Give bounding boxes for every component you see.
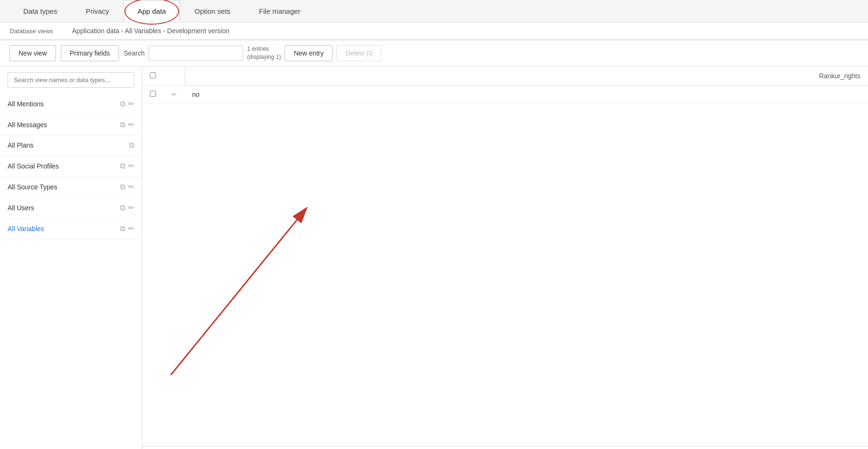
edit-icon-all-source-types[interactable]: ✏ bbox=[128, 182, 134, 191]
copy-icon-all-variables[interactable]: ⧉ bbox=[120, 224, 125, 233]
tab-privacy[interactable]: Privacy bbox=[72, 0, 123, 22]
search-label: Search bbox=[124, 49, 145, 57]
sidebar-search-input[interactable] bbox=[8, 72, 134, 88]
copy-icon-all-users[interactable]: ⧉ bbox=[120, 204, 125, 212]
tab-data-types[interactable]: Data types bbox=[9, 0, 71, 22]
data-table: Rankur_rights ✏ no bbox=[142, 66, 868, 103]
search-area: Search 1 entries (displaying 1) New entr… bbox=[124, 45, 859, 61]
delete-button: Delete (0 bbox=[336, 45, 381, 61]
tab-app-data[interactable]: App data bbox=[124, 0, 180, 22]
row-cell-value: no bbox=[185, 86, 868, 103]
new-view-button[interactable]: New view bbox=[9, 45, 56, 61]
app-data-title: Application data - All Variables - Devel… bbox=[72, 27, 230, 35]
copy-icon-all-social-profiles[interactable]: ⧉ bbox=[120, 162, 125, 170]
sidebar: All Mentions ⧉ ✏ All Messages ⧉ ✏ All Pl… bbox=[0, 66, 142, 449]
column-header-rankur-rights: Rankur_rights bbox=[185, 66, 868, 86]
list-item-all-messages[interactable]: All Messages ⧉ ✏ bbox=[0, 114, 142, 135]
content-area: Rankur_rights ✏ no bbox=[142, 66, 868, 449]
list-item-all-plans[interactable]: All Plans ⧉ bbox=[0, 135, 142, 156]
tab-bar: Data types Privacy App data Option sets … bbox=[0, 0, 868, 22]
header-edit-col bbox=[164, 66, 185, 86]
copy-icon-all-plans[interactable]: ⧉ bbox=[129, 141, 134, 150]
copy-icon-all-messages[interactable]: ⧉ bbox=[120, 121, 125, 129]
row-edit-icon[interactable]: ✏ bbox=[171, 91, 177, 98]
tab-file-manager[interactable]: File manager bbox=[245, 0, 314, 22]
main-layout: All Mentions ⧉ ✏ All Messages ⧉ ✏ All Pl… bbox=[0, 66, 868, 449]
refresh-footer[interactable]: Refresh data bbox=[142, 446, 868, 449]
sub-header: Database views Application data - All Va… bbox=[0, 22, 868, 40]
primary-fields-button[interactable]: Primary fields bbox=[61, 45, 119, 61]
table-row: ✏ no bbox=[142, 86, 868, 103]
list-item-all-variables[interactable]: All Variables ⧉ ✏ bbox=[0, 218, 142, 239]
tab-option-sets[interactable]: Option sets bbox=[181, 0, 244, 22]
edit-icon-all-messages[interactable]: ✏ bbox=[128, 120, 134, 129]
row-checkbox[interactable] bbox=[150, 91, 156, 97]
edit-icon-all-mentions[interactable]: ✏ bbox=[128, 99, 134, 108]
database-views-label: Database views bbox=[9, 28, 53, 35]
edit-icon-all-variables[interactable]: ✏ bbox=[128, 224, 134, 233]
new-entry-button[interactable]: New entry bbox=[285, 45, 332, 61]
select-all-checkbox[interactable] bbox=[150, 72, 156, 78]
data-table-container: Rankur_rights ✏ no bbox=[142, 66, 868, 446]
entries-info: 1 entries (displaying 1) bbox=[247, 45, 281, 61]
edit-icon-all-users[interactable]: ✏ bbox=[128, 203, 134, 212]
search-input[interactable] bbox=[148, 46, 243, 61]
top-section: Data types Privacy App data Option sets … bbox=[0, 0, 868, 40]
list-item-all-social-profiles[interactable]: All Social Profiles ⧉ ✏ bbox=[0, 156, 142, 177]
edit-icon-all-social-profiles[interactable]: ✏ bbox=[128, 161, 134, 170]
header-checkbox-col bbox=[142, 66, 164, 86]
page-wrapper: Data types Privacy App data Option sets … bbox=[0, 0, 868, 449]
copy-icon-all-source-types[interactable]: ⧉ bbox=[120, 183, 125, 191]
sidebar-list: All Mentions ⧉ ✏ All Messages ⧉ ✏ All Pl… bbox=[0, 94, 142, 239]
main-toolbar: New view Primary fields Search 1 entries… bbox=[0, 40, 868, 66]
copy-icon-all-mentions[interactable]: ⧉ bbox=[120, 100, 125, 108]
sidebar-search-container bbox=[0, 66, 142, 94]
list-item-all-mentions[interactable]: All Mentions ⧉ ✏ bbox=[0, 94, 142, 114]
list-item-all-users[interactable]: All Users ⧉ ✏ bbox=[0, 197, 142, 218]
list-item-all-source-types[interactable]: All Source Types ⧉ ✏ bbox=[0, 177, 142, 197]
